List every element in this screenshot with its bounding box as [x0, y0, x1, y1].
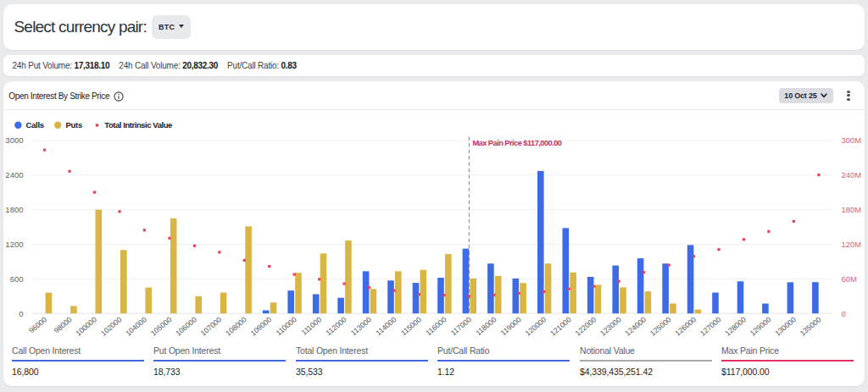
svg-text:125000: 125000	[648, 315, 673, 337]
svg-text:121000: 121000	[548, 315, 573, 337]
svg-text:120M: 120M	[842, 240, 862, 249]
svg-text:111000: 111000	[300, 315, 324, 337]
svg-text:114000: 114000	[374, 315, 398, 337]
svg-text:0: 0	[19, 309, 23, 318]
svg-text:600: 600	[10, 274, 24, 284]
svg-text:108000: 108000	[224, 315, 248, 337]
svg-text:119000: 119000	[499, 315, 523, 337]
svg-text:180M: 180M	[842, 205, 862, 214]
svg-text:135000: 135000	[798, 315, 823, 337]
svg-text:Total Intrinsic Value: Total Intrinsic Value	[104, 120, 172, 130]
svg-text:60M: 60M	[842, 274, 858, 284]
svg-text:300M: 300M	[842, 135, 862, 145]
svg-text:106000: 106000	[174, 315, 198, 337]
svg-text:113000: 113000	[349, 315, 373, 337]
svg-text:102000: 102000	[99, 315, 124, 337]
svg-text:118000: 118000	[474, 315, 498, 337]
svg-text:0: 0	[842, 309, 846, 318]
svg-text:123000: 123000	[598, 315, 623, 337]
svg-text:98000: 98000	[53, 315, 74, 334]
svg-text:127000: 127000	[698, 315, 723, 337]
svg-text:105000: 105000	[149, 315, 174, 337]
svg-text:Puts: Puts	[66, 120, 82, 130]
svg-text:130000: 130000	[773, 315, 798, 337]
svg-text:112000: 112000	[324, 315, 348, 337]
svg-text:129000: 129000	[748, 315, 773, 337]
svg-text:2400: 2400	[5, 170, 23, 179]
svg-text:116000: 116000	[424, 315, 448, 337]
svg-text:110000: 110000	[275, 315, 298, 337]
svg-text:109000: 109000	[249, 315, 274, 337]
svg-text:Max Pain Price $117,000.00: Max Pain Price $117,000.00	[472, 139, 561, 147]
svg-text:115000: 115000	[399, 315, 423, 337]
svg-text:240M: 240M	[842, 170, 862, 179]
svg-text:100000: 100000	[74, 315, 98, 337]
svg-text:3000: 3000	[5, 135, 23, 145]
svg-text:120000: 120000	[524, 315, 548, 337]
svg-text:1200: 1200	[5, 240, 23, 249]
svg-text:Calls: Calls	[26, 120, 44, 130]
svg-text:104000: 104000	[124, 315, 148, 337]
svg-text:107000: 107000	[199, 315, 224, 337]
svg-text:96000: 96000	[27, 315, 48, 334]
svg-text:128000: 128000	[723, 315, 748, 337]
svg-text:117000: 117000	[449, 315, 473, 337]
svg-text:126000: 126000	[673, 315, 698, 337]
svg-text:122000: 122000	[574, 315, 598, 337]
svg-text:124000: 124000	[623, 315, 648, 337]
svg-text:1800: 1800	[5, 205, 23, 214]
